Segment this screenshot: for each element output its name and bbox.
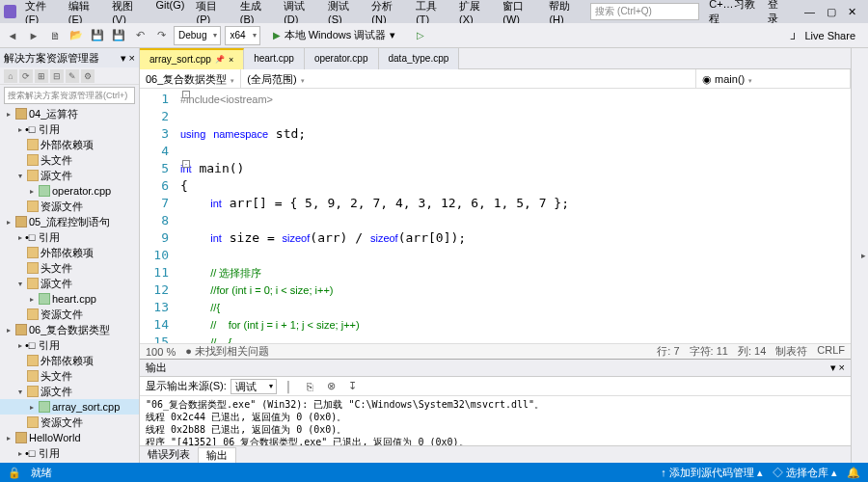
editor-tab[interactable]: array_sort.cpp 📌 × <box>140 48 244 69</box>
editor-tabs: array_sort.cpp 📌 ×heart.cppoperator.cppd… <box>140 48 851 69</box>
vs-logo-icon <box>4 5 16 18</box>
main-toolbar: ◄ ► 🗎 📂 💾 💾 ↶ ↷ Debug x64 ▶本地 Windows 调试… <box>0 23 868 48</box>
output-from-label: 显示输出来源(S): <box>146 379 227 393</box>
signin-link[interactable]: 登录 <box>768 0 787 26</box>
code-navbar: 06_复合数据类型 (全局范围) ◉ main() <box>140 69 851 89</box>
lock-icon: 🔒 <box>8 467 21 479</box>
tree-node[interactable]: ▸•□ 引用 <box>0 337 139 353</box>
tree-node[interactable]: ▸•□ 引用 <box>0 229 139 245</box>
editor-tab[interactable]: heart.cpp <box>244 48 305 69</box>
output-tab[interactable]: 输出 <box>198 447 236 463</box>
tree-node[interactable]: ▸05_流程控制语句 <box>0 214 139 229</box>
tree-node[interactable]: 头文件 <box>0 152 139 168</box>
config-select[interactable]: Debug <box>174 26 221 45</box>
save-all-icon[interactable]: 💾 <box>110 27 127 44</box>
errorlist-tab[interactable]: 错误列表 <box>140 447 198 462</box>
tree-node[interactable]: 外部依赖项 <box>0 137 139 152</box>
panel-menu-icon[interactable]: ▾ × <box>121 52 135 65</box>
nav-back-icon[interactable]: ◄ <box>4 27 21 44</box>
tree-node[interactable]: ▾源文件 <box>0 168 139 183</box>
tree-node[interactable]: ▸operator.cpp <box>0 183 139 199</box>
tree-node[interactable]: ▸04_运算符 <box>0 106 139 121</box>
tree-node[interactable]: 头文件 <box>0 368 139 384</box>
save-icon[interactable]: 💾 <box>89 27 106 44</box>
solution-search-input[interactable]: 搜索解决方案资源管理器(Ctrl+) <box>4 87 135 104</box>
tree-node[interactable]: 外部依赖项 <box>0 245 139 260</box>
tree-node[interactable]: ▾源文件 <box>0 384 139 399</box>
panel-toolbar: ⌂⟳⊞⊟✎⚙ <box>0 67 139 85</box>
open-icon[interactable]: 📂 <box>68 27 85 44</box>
output-panel: 输出▾ × 显示输出来源(S): 调试 │⎘⊗↧ "06_复合数据类型.exe"… <box>140 359 851 463</box>
status-text: 就绪 <box>31 466 52 480</box>
nav-func[interactable]: ◉ main() <box>696 69 851 89</box>
panel-title: 解决方案资源管理器 <box>4 51 99 66</box>
global-search-input[interactable]: 搜索 (Ctrl+Q) <box>590 3 699 20</box>
start-nodebug-button[interactable]: ▷ <box>408 26 433 45</box>
status-bar: 🔒 就绪 ↑ 添加到源代码管理 ▴ ◇ 选择仓库 ▴ 🔔 <box>0 463 868 482</box>
close-icon[interactable]: ✕ <box>848 6 856 18</box>
title-bar: 文件(F)编辑(E)视图(V)Git(G)项目(P)生成(B)调试(D)测试(S… <box>0 0 868 23</box>
output-opts[interactable]: ▾ × <box>830 362 845 374</box>
fold-outline[interactable]: -- <box>182 91 188 229</box>
tree-node[interactable]: ▸•□ 引用 <box>0 121 139 137</box>
code-editor[interactable]: 1234567891011121314151617 #include<iostr… <box>140 89 851 343</box>
line-gutter: 1234567891011121314151617 <box>140 89 176 343</box>
code-area[interactable]: #include<iostream> using namespace std; … <box>176 89 851 343</box>
tree-node[interactable]: ▸•□ 引用 <box>0 445 139 461</box>
tree-node[interactable]: 头文件 <box>0 260 139 276</box>
solution-tree[interactable]: ▸04_运算符▸•□ 引用外部依赖项头文件▾源文件▸operator.cpp资源… <box>0 106 139 463</box>
nav-scope[interactable]: 06_复合数据类型 <box>140 69 241 89</box>
tree-node[interactable]: ▸HelloWorld <box>0 430 139 445</box>
maximize-icon[interactable]: ▢ <box>827 6 836 18</box>
output-text[interactable]: "06_复合数据类型.exe" (Win32): 已加载 "C:\Windows… <box>140 396 851 445</box>
redo-icon[interactable]: ↷ <box>152 27 170 44</box>
minimize-icon[interactable]: — <box>804 6 815 18</box>
solution-explorer-panel: 解决方案资源管理器▾ × ⌂⟳⊞⊟✎⚙ 搜索解决方案资源管理器(Ctrl+) ▸… <box>0 48 140 463</box>
editor-tab[interactable]: data_type.cpp <box>379 48 460 69</box>
repo-select-button[interactable]: ◇ 选择仓库 ▴ <box>773 466 837 480</box>
tree-node[interactable]: 资源文件 <box>0 415 139 430</box>
notifications-icon[interactable]: 🔔 <box>847 467 860 479</box>
tree-node[interactable]: ▸array_sort.cpp <box>0 399 139 415</box>
solution-name: C+…习教程 <box>709 0 761 26</box>
tree-node[interactable]: ▸06_复合数据类型 <box>0 322 139 337</box>
tree-node[interactable]: 资源文件 <box>0 307 139 322</box>
undo-icon[interactable]: ↶ <box>131 27 149 44</box>
play-icon: ▶ <box>273 30 281 40</box>
source-control-button[interactable]: ↑ 添加到源代码管理 ▴ <box>661 466 763 480</box>
editor-tab[interactable]: operator.cpp <box>305 48 379 69</box>
output-source-select[interactable]: 调试 <box>231 379 277 394</box>
tree-node[interactable]: 资源文件 <box>0 199 139 214</box>
nav-fwd-icon[interactable]: ► <box>25 27 42 44</box>
start-debug-button[interactable]: ▶本地 Windows 调试器 ▾ <box>264 26 405 45</box>
output-title: 输出 <box>146 361 167 375</box>
tree-node[interactable]: ▾源文件 <box>0 276 139 291</box>
editor-statusbar: 100 % ● 未找到相关问题 行: 7 字符: 11 列: 14 制表符 CR… <box>140 343 851 359</box>
platform-select[interactable]: x64 <box>225 26 259 45</box>
new-file-icon[interactable]: 🗎 <box>46 27 64 44</box>
tree-node[interactable]: 外部依赖项 <box>0 353 139 368</box>
liveshare-button[interactable]: 𖼀 Live Share <box>781 26 864 45</box>
tree-node[interactable]: ▸heart.cpp <box>0 291 139 307</box>
right-sidebar[interactable]: ▸ <box>851 48 868 463</box>
nav-area[interactable]: (全局范围) <box>241 69 696 89</box>
